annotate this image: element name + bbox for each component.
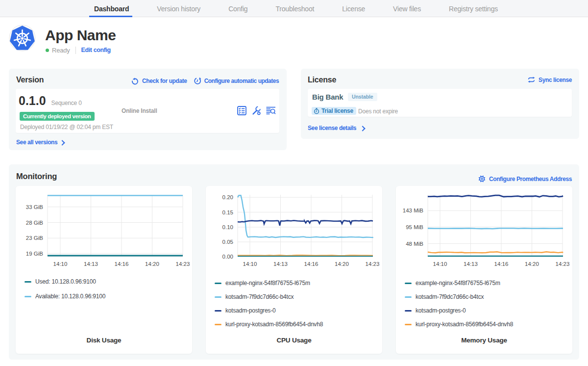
svg-text:14:10: 14:10 xyxy=(53,261,68,267)
svg-text:14:16: 14:16 xyxy=(304,261,318,267)
svg-text:14:23: 14:23 xyxy=(366,261,380,267)
svg-text:14:16: 14:16 xyxy=(494,261,509,267)
svg-text:14:10: 14:10 xyxy=(243,261,257,267)
svg-text:14:20: 14:20 xyxy=(145,261,159,267)
svg-text:143 MiB: 143 MiB xyxy=(403,208,424,213)
svg-text:19 GiB: 19 GiB xyxy=(26,251,43,257)
svg-text:0.10: 0.10 xyxy=(222,224,233,230)
svg-text:0.05: 0.05 xyxy=(222,239,233,245)
svg-text:14:13: 14:13 xyxy=(84,261,98,267)
svg-text:14:13: 14:13 xyxy=(273,261,288,267)
svg-text:14:16: 14:16 xyxy=(115,261,129,267)
svg-text:14:10: 14:10 xyxy=(433,261,447,267)
svg-text:48 MiB: 48 MiB xyxy=(406,241,423,247)
svg-text:14:20: 14:20 xyxy=(335,261,349,267)
svg-text:95 MiB: 95 MiB xyxy=(406,224,423,230)
svg-text:0.00: 0.00 xyxy=(222,254,233,260)
svg-text:14:23: 14:23 xyxy=(556,261,570,267)
svg-text:14:23: 14:23 xyxy=(176,261,190,267)
svg-text:0.20: 0.20 xyxy=(222,194,233,200)
svg-text:33 GiB: 33 GiB xyxy=(26,204,43,210)
svg-text:14:13: 14:13 xyxy=(464,261,478,267)
svg-text:23 GiB: 23 GiB xyxy=(26,235,43,241)
svg-text:14:20: 14:20 xyxy=(525,261,539,267)
svg-text:28 GiB: 28 GiB xyxy=(26,220,43,226)
svg-text:0.15: 0.15 xyxy=(222,209,233,215)
